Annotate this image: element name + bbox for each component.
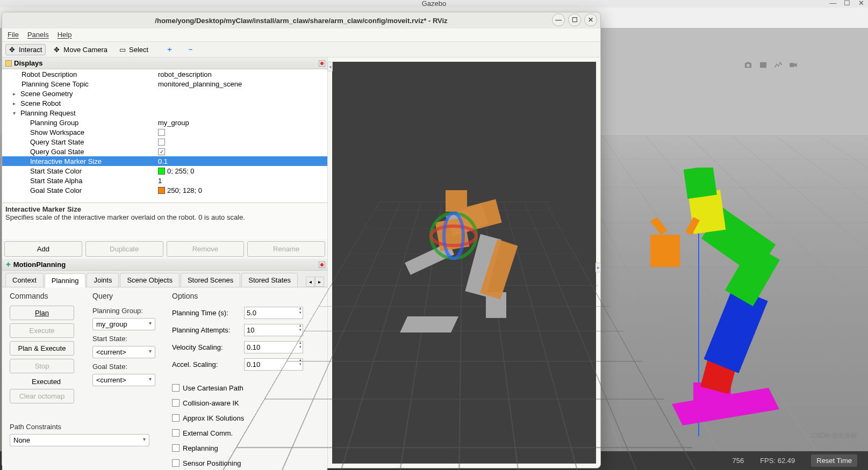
checkbox[interactable] <box>172 429 180 437</box>
panel-close-icon[interactable] <box>319 262 325 268</box>
collapse-right-icon[interactable]: ▸ <box>596 263 601 272</box>
tab-stored-scenes[interactable]: Stored Scenes <box>181 273 240 287</box>
gazebo-close-icon[interactable]: ✕ <box>857 0 865 7</box>
rename-button: Rename <box>247 241 325 257</box>
property-description: Interactive Marker Size Specifies scale … <box>2 203 327 239</box>
start-state-combo[interactable]: <current> <box>92 346 155 358</box>
toolbar: ✥Interact ✥Move Camera ▭Select ＋ － <box>2 41 600 57</box>
tab-context[interactable]: Context <box>5 273 44 287</box>
collapse-left-icon[interactable]: ◂ <box>327 62 333 71</box>
tab-scroll-left-icon[interactable]: ◂ <box>306 277 315 287</box>
move-icon: ✥ <box>54 46 61 53</box>
panel-close-icon[interactable] <box>319 60 325 67</box>
duplicate-button: Duplicate <box>85 241 163 257</box>
stop-button: Stop <box>10 359 74 373</box>
camera-icon[interactable] <box>743 60 753 70</box>
tool-select[interactable]: ▭Select <box>116 44 152 55</box>
gazebo-fps: 62.49 <box>778 457 795 465</box>
displays-tree[interactable]: Robot Descriptionrobot_description Plann… <box>2 69 327 203</box>
select-icon: ▭ <box>119 46 127 53</box>
tab-stored-states[interactable]: Stored States <box>241 273 298 287</box>
checkbox[interactable] <box>172 459 180 467</box>
tab-joints[interactable]: Joints <box>87 273 119 287</box>
execute-button: Execute <box>10 323 74 338</box>
menu-help[interactable]: Help <box>58 31 72 39</box>
add-button[interactable]: Add <box>4 241 82 257</box>
rviz-title: /home/yong/Desktop/myClaw/install/arm_cl… <box>155 17 447 25</box>
minimize-icon[interactable]: — <box>552 13 565 26</box>
tab-scene-objects[interactable]: Scene Objects <box>120 273 180 287</box>
tab-scroll-right-icon[interactable]: ▸ <box>315 277 324 287</box>
menubar: File Panels Help <box>2 28 600 41</box>
path-constraints-combo[interactable]: None <box>10 434 149 446</box>
plot-icon[interactable] <box>773 60 783 70</box>
displays-panel-header[interactable]: Displays <box>2 57 327 69</box>
remove-tool-icon[interactable]: － <box>187 45 194 54</box>
rviz-titlebar[interactable]: /home/yong/Desktop/myClaw/install/arm_cl… <box>2 12 600 28</box>
expander-icon[interactable]: ▾ <box>13 110 18 116</box>
close-icon[interactable]: ✕ <box>584 13 597 26</box>
gazebo-titlebar: Gazebo — ☐ ✕ <box>0 0 868 8</box>
gazebo-title: Gazebo <box>422 0 447 8</box>
checkbox[interactable] <box>158 129 165 136</box>
gazebo-status-value: 756 <box>732 457 744 465</box>
maximize-icon[interactable]: ☐ <box>568 13 581 26</box>
tab-planning[interactable]: Planning <box>45 273 86 287</box>
checkbox[interactable] <box>172 444 180 452</box>
rviz-3d-viewport[interactable]: ◂ ▸ <box>332 62 596 464</box>
planning-group-combo[interactable]: my_group <box>92 318 155 330</box>
watermark: CSDN @韭菜砰 <box>811 431 857 440</box>
svg-rect-9 <box>650 235 680 267</box>
displays-icon <box>5 60 12 67</box>
checkbox[interactable]: ✓ <box>158 148 165 155</box>
planning-attempts-input[interactable]: 10 <box>244 324 303 336</box>
add-tool-icon[interactable]: ＋ <box>166 45 173 54</box>
cursor-icon: ✥ <box>9 46 17 53</box>
svg-rect-8 <box>684 168 717 199</box>
record-icon[interactable] <box>788 60 798 70</box>
goal-state-combo[interactable]: <current> <box>92 374 155 386</box>
color-swatch[interactable] <box>158 168 165 175</box>
executed-label: Executed <box>10 378 83 386</box>
expander-icon[interactable]: ▸ <box>13 100 18 106</box>
planning-time-input[interactable]: 5.0 <box>244 307 303 319</box>
menu-file[interactable]: File <box>8 31 19 39</box>
svg-rect-0 <box>760 62 766 68</box>
motionplanning-icon: ✦ <box>5 261 11 269</box>
log-icon[interactable] <box>758 60 768 70</box>
tool-move-camera[interactable]: ✥Move Camera <box>50 44 111 55</box>
gazebo-maximize-icon[interactable]: ☐ <box>843 0 851 7</box>
checkbox[interactable] <box>172 384 180 392</box>
motionplanning-panel-header[interactable]: ✦ MotionPlanning <box>2 259 327 271</box>
remove-button: Remove <box>167 241 245 257</box>
mp-tabs: Context Planning Joints Scene Objects St… <box>2 271 327 287</box>
checkbox[interactable] <box>158 139 165 146</box>
checkbox[interactable] <box>172 414 180 422</box>
color-swatch[interactable] <box>158 187 165 194</box>
clear-octomap-button: Clear octomap <box>10 389 74 403</box>
gazebo-view-toolbar <box>743 60 798 70</box>
rviz-robot-model[interactable] <box>384 171 545 354</box>
gazebo-robot-model <box>640 168 790 436</box>
menu-panels[interactable]: Panels <box>27 31 49 39</box>
rviz-window: /home/yong/Desktop/myClaw/install/arm_cl… <box>2 12 601 468</box>
svg-rect-17 <box>446 190 467 212</box>
gazebo-minimize-icon[interactable]: — <box>829 0 837 7</box>
tree-row-selected[interactable]: Interactive Marker Size0.1 <box>2 156 327 166</box>
plan-button[interactable]: Plan <box>10 306 74 320</box>
plan-execute-button[interactable]: Plan & Execute <box>10 341 74 356</box>
checkbox[interactable] <box>172 399 180 407</box>
reset-time-button[interactable]: Reset Time <box>811 454 857 467</box>
expander-icon[interactable]: ▸ <box>13 91 18 97</box>
svg-rect-10 <box>400 316 458 332</box>
tool-interact[interactable]: ✥Interact <box>5 44 46 55</box>
svg-rect-4 <box>704 287 767 373</box>
